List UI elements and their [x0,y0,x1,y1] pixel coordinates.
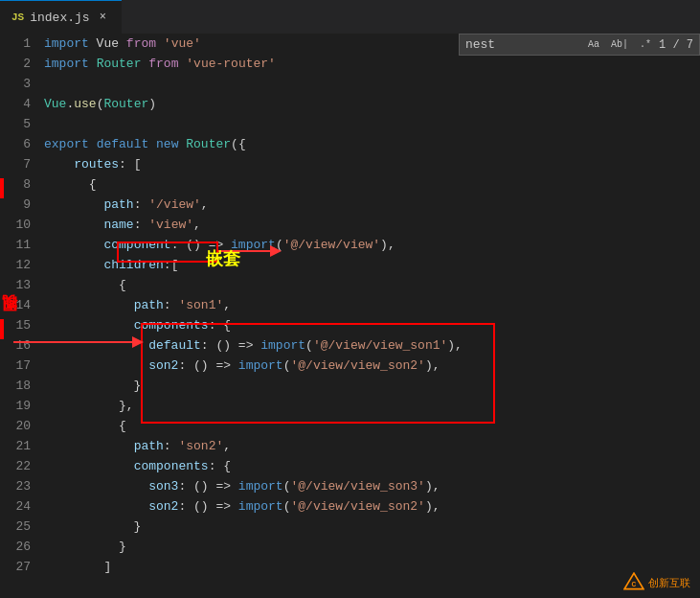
js-file-icon: JS [11,12,24,23]
regex-button[interactable]: .* [636,37,655,52]
line-number-27: 27 [0,557,31,577]
code-line-27: ] [44,557,700,577]
line-number-21: 21 [0,436,31,456]
code-line-12: children:[ [44,255,700,275]
code-line-3 [44,74,700,94]
line-number-18: 18 [0,376,31,396]
line-number-12: 12 [0,255,31,275]
nest-annotation: 嵌套 [206,247,240,270]
left-mark-2 [0,319,4,339]
logo-icon: C [623,572,644,593]
tab-filename: index.js [30,11,89,25]
whole-word-button[interactable]: Ab| [607,37,632,52]
line-number-2: 2 [0,54,31,74]
editor-area: 1234567891011121314151617181920212223242… [0,34,700,598]
line-number-1: 1 [0,34,31,54]
code-content: import Vue from 'vue'import Router from … [40,34,700,598]
line-number-22: 22 [0,456,31,476]
code-line-11: component: () => import('@/view/view'), [44,235,700,255]
line-number-19: 19 [0,396,31,416]
tab-close-button[interactable]: × [96,9,110,26]
line-number-17: 17 [0,356,31,376]
code-line-25: } [44,517,700,537]
code-line-22: components: { [44,456,700,476]
code-line-26: } [44,537,700,557]
tab-bar: JS index.js × [0,0,700,34]
code-line-18: } [44,376,700,396]
line-number-16: 16 [0,335,31,356]
logo: C 创新互联 [623,572,690,593]
code-line-16: default: () => import('@/view/view_son1'… [44,335,700,356]
line-number-26: 26 [0,537,31,557]
line-number-6: 6 [0,134,31,154]
code-line-20: { [44,416,700,436]
line-number-20: 20 [0,416,31,436]
line-number-4: 4 [0,94,31,114]
line-number-15: 15 [0,315,31,335]
code-line-15: components: { [44,315,700,335]
code-line-10: name: 'view', [44,215,700,235]
code-line-24: son2: () => import('@/view/view_son2'), [44,496,700,517]
line-number-23: 23 [0,476,31,496]
code-line-6: export default new Router({ [44,134,700,154]
tab-index-js[interactable]: JS index.js × [0,0,122,34]
search-count: 1 / 7 [659,38,693,52]
line-number-9: 9 [0,195,31,215]
line-number-7: 7 [0,154,31,174]
line-number-25: 25 [0,517,31,537]
line-numbers: 1234567891011121314151617181920212223242… [0,34,40,598]
line-number-11: 11 [0,235,31,255]
search-input[interactable] [465,37,580,52]
code-line-17: son2: () => import('@/view/view_son2'), [44,356,700,376]
line-number-10: 10 [0,215,31,235]
code-line-7: routes: [ [44,154,700,174]
code-line-4: Vue.use(Router) [44,94,700,114]
line-number-8: 8 [0,174,31,195]
line-number-13: 13 [0,275,31,295]
code-line-9: path: '/view', [44,195,700,215]
line-number-3: 3 [0,74,31,94]
code-line-23: son3: () => import('@/view/view_son3'), [44,476,700,496]
line-number-5: 5 [0,114,31,134]
logo-text: 创新互联 [648,576,690,590]
line-number-24: 24 [0,496,31,517]
code-line-13: { [44,275,700,295]
left-mark-1 [0,178,4,198]
code-line-5 [44,114,700,134]
code-line-14: path: 'son1', [44,295,700,315]
code-line-21: path: 'son2', [44,436,700,456]
svg-text:C: C [632,581,637,587]
code-line-2: import Router from 'vue-router' [44,54,700,74]
case-sensitive-button[interactable]: Aa [584,37,603,52]
code-line-19: }, [44,396,700,416]
line-number-14: 14 [0,295,31,315]
search-bar: Aa Ab| .* 1 / 7 [459,34,700,56]
code-line-8: { [44,174,700,195]
